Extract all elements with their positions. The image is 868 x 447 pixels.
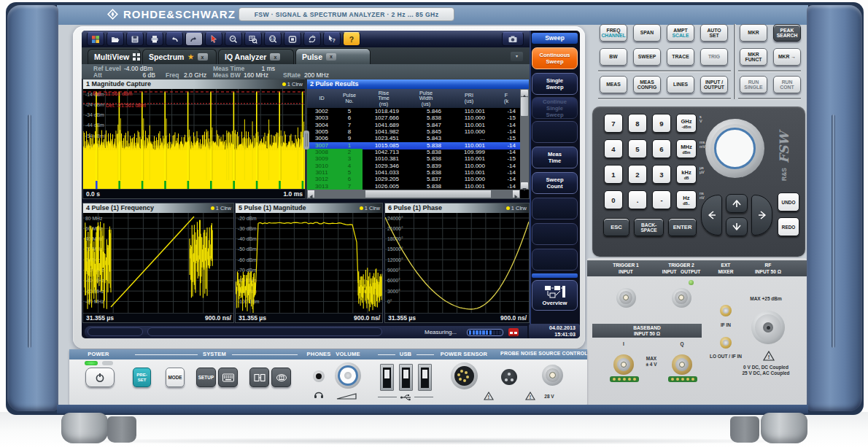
toolbar-button-save[interactable] bbox=[126, 32, 144, 46]
hardkey-freq[interactable]: FREQCHANNEL bbox=[600, 24, 627, 42]
scroll-down-arrow[interactable] bbox=[521, 182, 528, 189]
table-row[interactable]: 300691023.4515.843...-15 bbox=[307, 135, 520, 142]
softkey-continuous-sweep[interactable]: ContinuousSweep bbox=[532, 47, 578, 69]
tab-multiview[interactable]: MultiView bbox=[88, 49, 141, 64]
hardkey-meas-config[interactable]: MEASCONFIG bbox=[633, 76, 661, 93]
key-esc[interactable]: ESC bbox=[603, 218, 629, 236]
toolbar-button-redo[interactable] bbox=[185, 32, 203, 46]
power-button[interactable] bbox=[85, 368, 115, 387]
toolbar-button-screenshot[interactable] bbox=[502, 32, 524, 46]
keypad-digit-9[interactable]: 9 bbox=[652, 114, 671, 133]
arrow-key-up[interactable] bbox=[726, 194, 748, 213]
arrow-key-down[interactable] bbox=[726, 217, 748, 236]
keypad-unit-mhz[interactable]: MHzdBm bbox=[676, 139, 697, 158]
window-pulse-phase[interactable]: 6 Pulse (1) Phase1 Clrw24000°21000°18000… bbox=[384, 203, 530, 323]
keypad-unit-hz[interactable]: HzdB.. bbox=[676, 190, 697, 209]
window-pulse-magnitude[interactable]: 5 Pulse (1) Magnitude1 Clrw-20 dBm-30 dB… bbox=[235, 203, 383, 323]
key-display-window[interactable] bbox=[249, 368, 269, 387]
hardkey-sweep[interactable]: SWEEP bbox=[633, 48, 661, 66]
tab-close-button[interactable]: x bbox=[326, 53, 336, 61]
hardkey-mkr-[interactable]: MKR → bbox=[773, 48, 801, 66]
softkey-continue-single-sweep[interactable]: ContinueSingleSweep bbox=[532, 97, 578, 119]
hardkey-bw[interactable]: BW bbox=[600, 48, 627, 66]
tab-spectrum[interactable]: Spectrum★x bbox=[142, 49, 217, 64]
h-scrollbar[interactable] bbox=[307, 190, 520, 198]
table-row[interactable]: 300931010.3815.838110.001-15 bbox=[307, 155, 520, 163]
toolbar-button-print[interactable] bbox=[146, 32, 163, 46]
keypad-digit-2[interactable]: 2 bbox=[628, 165, 647, 184]
keypad-digit-4[interactable]: 4 bbox=[604, 139, 623, 158]
usb-port[interactable] bbox=[380, 364, 394, 391]
key-enter[interactable]: ENTER bbox=[668, 218, 697, 236]
volume-knob[interactable] bbox=[335, 362, 361, 389]
keypad-digit-6[interactable]: 6 bbox=[652, 139, 671, 158]
softkey-sweep-count[interactable]: SweepCount bbox=[532, 172, 578, 194]
tab-close-button[interactable]: x bbox=[270, 53, 280, 61]
hardkey-mkr-funct[interactable]: MKRFUNCT bbox=[740, 48, 767, 66]
scroll-thumb[interactable] bbox=[365, 190, 491, 198]
hardkey-run-cont[interactable]: RUNCONT bbox=[773, 76, 801, 93]
scroll-up-arrow[interactable] bbox=[521, 90, 528, 96]
window-magnitude-capture[interactable]: 1 Magnitude Capture1 Clrw-14 dBm-24 dBm-… bbox=[82, 79, 306, 199]
toolbar-button-context-help[interactable]: ? bbox=[323, 32, 341, 46]
tab-close-button[interactable]: x bbox=[198, 53, 208, 61]
softkey-meas-time[interactable]: MeasTime bbox=[532, 147, 578, 168]
v-scrollbar[interactable] bbox=[520, 89, 529, 190]
hardkey-meas[interactable]: MEAS bbox=[600, 76, 627, 93]
tab-pulse[interactable]: Pulsex bbox=[295, 48, 371, 64]
hardkey-run-single[interactable]: RUNSINGLE bbox=[740, 76, 767, 93]
toolbar-button-open-file[interactable] bbox=[106, 32, 124, 46]
scroll-thumb[interactable] bbox=[521, 97, 528, 116]
keypad-digit-8[interactable]: 8 bbox=[628, 114, 647, 133]
tab-overflow-button[interactable]: ▾ bbox=[511, 52, 523, 61]
keypad-digit-3[interactable]: 3 bbox=[652, 165, 671, 184]
table-row[interactable]: 300361027.6665.838110.000-15 bbox=[307, 114, 520, 122]
usb-port[interactable] bbox=[418, 364, 432, 391]
hardkey-input-output[interactable]: INPUT /OUTPUT bbox=[700, 76, 728, 93]
key-setup[interactable]: SETUP bbox=[196, 368, 216, 387]
key-preset[interactable]: PRE-SET bbox=[133, 368, 151, 387]
keypad-digit-7[interactable]: 7 bbox=[604, 114, 623, 133]
window-pulse-results[interactable]: 2 Pulse ResultsIDPulse No.Rise Time (ns)… bbox=[306, 79, 530, 199]
scroll-right-arrow[interactable] bbox=[513, 190, 519, 198]
toolbar-button-undo[interactable] bbox=[166, 32, 183, 46]
toolbar-button-zoom-reset[interactable]: 1:1 bbox=[264, 32, 282, 46]
hardkey-trace[interactable]: TRACE bbox=[667, 48, 694, 66]
table-row[interactable]: 301371026.0055.838110.001-14 bbox=[307, 183, 520, 190]
toolbar-button-fullscreen[interactable] bbox=[284, 32, 301, 46]
toolbar-button-windows-logo[interactable] bbox=[87, 32, 104, 46]
keypad-digit-5[interactable]: 5 bbox=[628, 139, 647, 158]
key-redo[interactable]: REDO bbox=[778, 217, 799, 236]
key-backspace[interactable]: BACK-SPACE bbox=[634, 218, 664, 236]
softkey-overview[interactable]: Overview bbox=[532, 280, 578, 311]
key-undo[interactable]: UNDO bbox=[778, 193, 799, 211]
usb-port[interactable] bbox=[399, 364, 413, 391]
keypad-digit--[interactable]: - bbox=[652, 190, 671, 209]
table-row[interactable]: 301261029.2055.837110.000-14 bbox=[307, 176, 520, 183]
window-pulse-frequency[interactable]: 4 Pulse (1) Frequency1 Clrw80 MHz60 MHz4… bbox=[82, 203, 234, 323]
keypad-digit-1[interactable]: 1 bbox=[604, 165, 623, 184]
hardkey-span[interactable]: SPAN bbox=[633, 24, 661, 42]
scroll-left-arrow[interactable] bbox=[308, 190, 314, 198]
keypad-unit-khz[interactable]: kHzdB bbox=[676, 165, 697, 184]
keypad-digit-0[interactable]: 0 bbox=[604, 190, 623, 209]
toolbar-button-help[interactable]: ? bbox=[343, 32, 360, 46]
key-help[interactable] bbox=[271, 368, 291, 387]
key-mode[interactable]: MODE bbox=[166, 368, 185, 387]
rotary-knob[interactable] bbox=[705, 119, 764, 178]
hardkey-mkr[interactable]: MKR bbox=[740, 24, 767, 42]
hardkey-auto-set[interactable]: AUTOSET bbox=[700, 24, 728, 42]
key-keyboard[interactable] bbox=[218, 368, 238, 387]
keypad-unit-ghz[interactable]: GHz-dBm bbox=[676, 114, 697, 133]
toolbar-button-pointer[interactable] bbox=[205, 32, 222, 46]
hardkey-ampt[interactable]: AMPTSCALE bbox=[667, 24, 694, 42]
toolbar-button-zoom-table[interactable] bbox=[244, 32, 262, 46]
hardkey-trig[interactable]: TRIG bbox=[700, 48, 728, 66]
toolbar-button-sync[interactable]: S bbox=[303, 32, 321, 46]
softkey-single-sweep[interactable]: SingleSweep bbox=[532, 73, 578, 95]
keypad-digit-.[interactable]: . bbox=[628, 190, 647, 209]
hardkey-lines[interactable]: LINES bbox=[667, 76, 694, 93]
hardkey-peak-search[interactable]: PEAKSEARCH bbox=[773, 24, 801, 42]
tab-iq-analyzer[interactable]: IQ Analyzerx bbox=[218, 49, 294, 64]
toolbar-button-zoom-area[interactable] bbox=[225, 32, 242, 46]
